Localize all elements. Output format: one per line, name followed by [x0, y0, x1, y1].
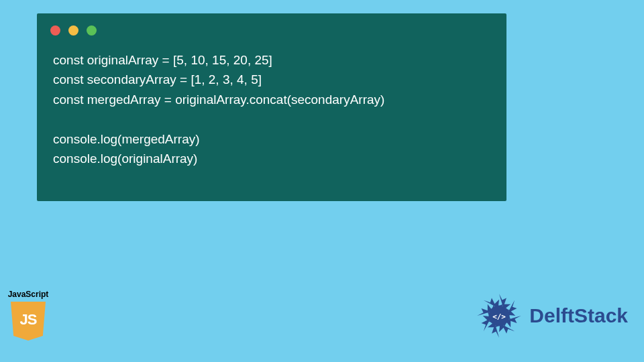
javascript-label: JavaScript: [4, 290, 52, 299]
delft-code-icon: </>: [492, 312, 506, 321]
close-icon: [50, 25, 60, 36]
minimize-icon: [68, 25, 78, 36]
delftstack-text: DelftStack: [529, 304, 628, 327]
javascript-badge: JavaScript JS: [4, 290, 52, 341]
javascript-shield-icon: JS: [11, 302, 46, 341]
delftstack-logo: </> DelftStack: [473, 290, 628, 342]
javascript-shield-text: JS: [20, 311, 37, 328]
maximize-icon: [87, 25, 97, 36]
delftstack-mandala-icon: </>: [473, 290, 525, 342]
code-window: const originalArray = [5, 10, 15, 20, 25…: [37, 13, 506, 201]
code-content: const originalArray = [5, 10, 15, 20, 25…: [37, 42, 506, 182]
window-traffic-lights: [37, 13, 506, 42]
